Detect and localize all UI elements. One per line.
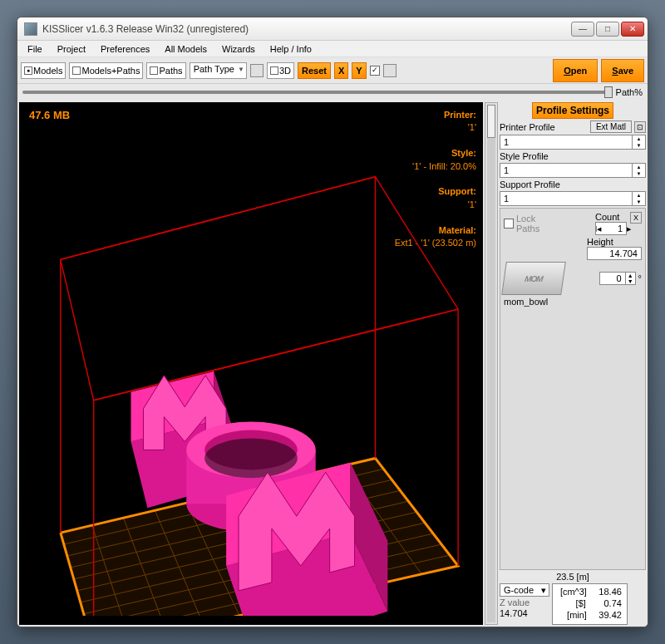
checkbox-icon: [270, 66, 278, 75]
profile-settings-button[interactable]: Profile Settings: [532, 102, 613, 119]
model-panel: Lock Paths Count X ◀1▶ Height 14.704 MO: [500, 208, 646, 570]
model-name-label: mom_bowl: [504, 297, 642, 307]
style-profile-select[interactable]: 1▲▼: [500, 163, 646, 178]
svg-line-25: [61, 177, 376, 260]
x-button[interactable]: X: [334, 62, 348, 79]
path-slider-row: Path%: [17, 84, 648, 101]
radio-icon: [24, 66, 32, 75]
stats-readout: [cm^3] 18.46 [$] 0.74 [min] 39.42: [552, 583, 628, 625]
ext-matl-button[interactable]: Ext Matl: [590, 120, 632, 133]
svg-line-23: [61, 259, 94, 400]
filament-length: 23.5 [m]: [500, 572, 646, 582]
save-button[interactable]: Save: [601, 59, 644, 82]
printer-profile-select[interactable]: 1▲▼: [500, 135, 646, 150]
radio-icon: [150, 66, 158, 75]
menu-preferences[interactable]: Preferences: [94, 42, 156, 56]
lock-paths-label: Lock Paths: [516, 214, 539, 234]
menu-all-models[interactable]: All Models: [158, 42, 214, 56]
path-percent-label: Path%: [616, 87, 643, 97]
radio-icon: [72, 66, 81, 75]
view-paths-toggle[interactable]: Paths: [146, 62, 185, 79]
maximize-button[interactable]: □: [596, 22, 619, 37]
titlebar[interactable]: KISSlicer v1.6.3 Release Win32 (unregist…: [17, 17, 648, 41]
open-button[interactable]: Open: [553, 59, 598, 82]
gcode-dropdown[interactable]: G-code: [500, 583, 549, 597]
style-profile-label: Style Profile: [500, 151, 646, 161]
support-profile-select[interactable]: 1▲▼: [500, 191, 646, 206]
color-swatch[interactable]: [250, 64, 264, 77]
close-panel-icon[interactable]: ⊡: [634, 121, 646, 133]
app-window: KISSlicer v1.6.3 Release Win32 (unregist…: [17, 17, 648, 627]
view-models-toggle[interactable]: Models: [21, 62, 66, 79]
3d-scene: [19, 102, 483, 616]
toolbar: Models Models+Paths Paths Path Type 3D R…: [17, 57, 648, 84]
window-title: KISSlicer v1.6.3 Release Win32 (unregist…: [42, 23, 571, 35]
sidebar: Profile Settings Printer Profile Ext Mat…: [498, 101, 648, 627]
3d-toggle[interactable]: 3D: [267, 62, 294, 79]
angle-spinner[interactable]: 0▲▼: [599, 272, 636, 285]
menu-wizards[interactable]: Wizards: [215, 42, 262, 56]
menu-file[interactable]: File: [21, 42, 49, 56]
app-icon: [24, 22, 37, 36]
zvalue-value: 14.704: [500, 608, 549, 618]
svg-point-35: [204, 439, 298, 479]
path-slider[interactable]: [22, 91, 613, 94]
menubar: File Project Preferences All Models Wiza…: [17, 41, 648, 57]
view-models-paths-toggle[interactable]: Models+Paths: [69, 62, 143, 79]
layer-scrollbar[interactable]: [485, 102, 498, 625]
option-square[interactable]: [383, 64, 397, 77]
scrollbar-thumb-icon[interactable]: [487, 105, 495, 138]
menu-project[interactable]: Project: [51, 42, 92, 56]
height-label: Height: [587, 237, 613, 247]
svg-line-26: [94, 309, 458, 401]
height-input[interactable]: 14.704: [587, 247, 642, 260]
minimize-button[interactable]: —: [571, 22, 594, 37]
svg-line-24: [375, 177, 458, 309]
count-label: Count: [595, 212, 619, 222]
reset-button[interactable]: Reset: [298, 62, 331, 79]
path-type-dropdown[interactable]: Path Type: [190, 62, 247, 79]
printer-profile-label: Printer Profile: [500, 122, 555, 132]
y-button[interactable]: Y: [352, 62, 366, 79]
preview-checkbox[interactable]: [370, 66, 380, 76]
zvalue-label: Z value: [500, 597, 549, 607]
slider-thumb-icon[interactable]: [604, 86, 613, 98]
menu-help[interactable]: Help / Info: [264, 42, 318, 56]
count-spinner[interactable]: ◀1▶: [595, 222, 627, 235]
support-profile-label: Support Profile: [500, 179, 646, 189]
3d-viewport[interactable]: 47.6 MB Printer: '1' Style: '1' - Infill…: [19, 102, 483, 625]
angle-unit-label: °: [638, 273, 642, 283]
remove-model-button[interactable]: X: [630, 212, 642, 224]
close-button[interactable]: ✕: [621, 22, 644, 37]
model-thumbnail[interactable]: MOM: [501, 262, 566, 295]
lock-paths-checkbox[interactable]: [504, 219, 514, 229]
